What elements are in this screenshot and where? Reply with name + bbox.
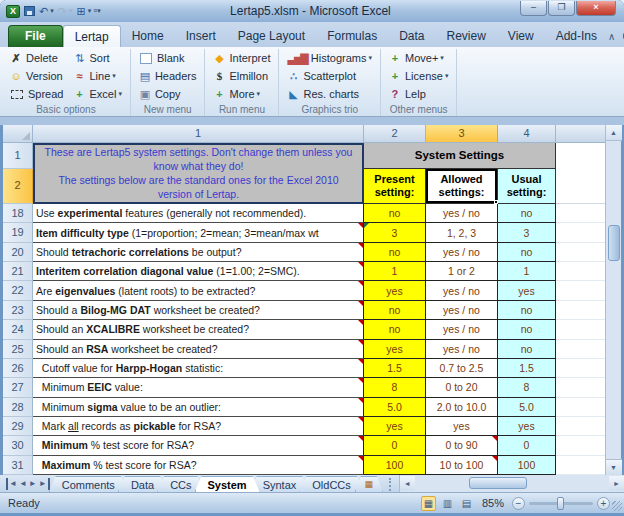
excel-button[interactable]: +Excel▾	[68, 85, 126, 103]
empty-cell[interactable]	[556, 204, 605, 223]
present-setting-cell[interactable]: yes	[364, 281, 426, 300]
horizontal-scroll-thumb[interactable]	[469, 477, 527, 489]
version-button[interactable]: ☺Version	[5, 67, 68, 85]
copy-button[interactable]: ▣Copy	[134, 85, 202, 103]
row-header-22[interactable]: 22	[3, 281, 33, 300]
present-setting-cell[interactable]: no	[364, 320, 426, 339]
usual-setting-cell[interactable]: no	[498, 340, 556, 359]
empty-cell[interactable]	[556, 378, 605, 397]
present-setting-cell[interactable]: 100	[364, 456, 426, 475]
row-header-31[interactable]: 31	[3, 456, 33, 475]
scroll-right-icon[interactable]: ►	[609, 476, 624, 491]
line-button[interactable]: ≈Line▾	[68, 67, 126, 85]
minimize-button[interactable]: –	[520, 1, 547, 16]
row-header-30[interactable]: 30	[3, 436, 33, 455]
vertical-scroll-thumb[interactable]	[608, 225, 620, 261]
row-header-18[interactable]: 18	[3, 204, 33, 223]
empty-cell[interactable]	[556, 143, 605, 204]
empty-cell[interactable]	[556, 340, 605, 359]
spread-button[interactable]: Spread	[5, 85, 68, 103]
interpret-button[interactable]: ◆Interpret	[208, 49, 275, 67]
ribbon-tab-data[interactable]: Data	[388, 25, 435, 47]
setting-label-cell[interactable]: Item difficulty type (1=proportion; 2=me…	[33, 223, 364, 242]
histograms-button[interactable]: ▃▅▇Histograms▾	[282, 49, 377, 67]
first-sheet-icon[interactable]: ◄	[6, 478, 17, 490]
delete-button[interactable]: ✗Delete	[5, 49, 68, 67]
page-break-view-icon[interactable]: ▤	[459, 496, 474, 511]
zoom-slider-thumb[interactable]	[557, 497, 564, 510]
setting-label-cell[interactable]: Minimum % test score for RSA?	[33, 436, 364, 455]
empty-cell[interactable]	[556, 262, 605, 281]
row-header-21[interactable]: 21	[3, 262, 33, 281]
row-header-20[interactable]: 20	[3, 243, 33, 262]
present-setting-cell[interactable]: 0	[364, 436, 426, 455]
last-sheet-icon[interactable]: ►	[39, 478, 50, 490]
column-header-4[interactable]: 4	[498, 125, 556, 143]
setting-label-cell[interactable]: Should an RSA worksheet be created?	[33, 340, 364, 359]
allowed-settings-cell[interactable]: 1 or 2	[426, 262, 498, 281]
sort-button[interactable]: ⇅Sort	[68, 49, 126, 67]
usual-setting-cell[interactable]: 0	[498, 436, 556, 455]
allowed-settings-cell[interactable]: 0 to 20	[426, 378, 498, 397]
zoom-in-icon[interactable]: +	[597, 497, 610, 510]
empty-cell[interactable]	[556, 359, 605, 378]
usual-setting-cell[interactable]: yes	[498, 281, 556, 300]
setting-label-cell[interactable]: Interitem correlation diagonal value (1=…	[33, 262, 364, 281]
setting-label-cell[interactable]: Cutoff value for Harpp-Hogan statistic:	[33, 359, 364, 378]
save-icon[interactable]	[24, 6, 35, 16]
row-header-1[interactable]: 1	[3, 143, 33, 169]
column-header-2[interactable]: 2	[364, 125, 426, 143]
ribbon-tab-add-ins[interactable]: Add-Ins	[545, 25, 608, 47]
zoom-level[interactable]: 85%	[482, 497, 504, 509]
setting-label-cell[interactable]: Use experimental features (generally not…	[33, 204, 364, 223]
allowed-settings-cell[interactable]: 1, 2, 3	[426, 223, 498, 242]
empty-cell[interactable]	[556, 320, 605, 339]
setting-label-cell[interactable]: Minimum EEIC value:	[33, 378, 364, 397]
present-setting-cell[interactable]: 1.5	[364, 359, 426, 378]
lelp-button[interactable]: ?Lelp	[384, 85, 453, 103]
setting-label-cell[interactable]: Are eigenvalues (latent roots) to be ext…	[33, 281, 364, 300]
column-header-1[interactable]: 1	[33, 125, 364, 143]
empty-cell[interactable]	[556, 223, 605, 242]
allowed-settings-cell[interactable]: yes / no	[426, 340, 498, 359]
setting-label-cell[interactable]: Mark all records as pickable for RSA?	[33, 417, 364, 436]
elmillon-button[interactable]: $Elmillon	[208, 67, 275, 85]
allowed-settings-cell[interactable]: 2.0 to 10.0	[426, 398, 498, 417]
scroll-left-icon[interactable]: ◄	[400, 476, 415, 491]
usual-setting-header-cell[interactable]: Usual setting:	[498, 169, 556, 204]
row-header-2[interactable]: 2	[3, 169, 33, 204]
column-header-3[interactable]: 3	[426, 125, 498, 143]
present-setting-cell[interactable]: 8	[364, 378, 426, 397]
empty-cell[interactable]	[556, 281, 605, 300]
resize-grip[interactable]	[612, 501, 622, 511]
ribbon-tab-formulas[interactable]: Formulas	[316, 25, 388, 47]
allowed-settings-cell[interactable]: yes / no	[426, 301, 498, 320]
next-sheet-icon[interactable]: ►	[29, 478, 37, 490]
usual-setting-cell[interactable]: no	[498, 243, 556, 262]
license-button[interactable]: +License▾	[384, 67, 453, 85]
excel-logo-icon[interactable]: X	[6, 5, 20, 18]
horizontal-scrollbar[interactable]: ◄ ►	[399, 475, 624, 492]
normal-view-icon[interactable]: ▦	[421, 496, 436, 511]
usual-setting-cell[interactable]: 5.0	[498, 398, 556, 417]
allowed-settings-cell[interactable]: yes / no	[426, 243, 498, 262]
allowed-settings-cell[interactable]: yes / no	[426, 320, 498, 339]
ribbon-tab-review[interactable]: Review	[436, 25, 497, 47]
allowed-settings-cell[interactable]: 0.7 to 2.5	[426, 359, 498, 378]
present-setting-cell[interactable]: yes	[364, 417, 426, 436]
sheet-tab-oldccs[interactable]: OldCCs	[299, 476, 364, 492]
usual-setting-cell[interactable]: 3	[498, 223, 556, 242]
allowed-settings-header-cell-active[interactable]: Allowed settings:	[426, 169, 498, 204]
present-setting-cell[interactable]: 1	[364, 262, 426, 281]
empty-cell[interactable]	[556, 417, 605, 436]
present-setting-header-cell[interactable]: Present setting:	[364, 169, 426, 204]
usual-setting-cell[interactable]: no	[498, 301, 556, 320]
vertical-scrollbar[interactable]: ▲ ▼	[605, 125, 621, 475]
present-setting-cell[interactable]: 3	[364, 223, 426, 242]
ribbon-tab-page-layout[interactable]: Page Layout	[227, 25, 316, 47]
allowed-settings-cell[interactable]: yes	[426, 417, 498, 436]
row-header-26[interactable]: 26	[3, 359, 33, 378]
ribbon-tab-home[interactable]: Home	[121, 25, 175, 47]
allowed-settings-cell[interactable]: 0 to 90	[426, 436, 498, 455]
setting-label-cell[interactable]: Should a Bilog-MG DAT worksheet be creat…	[33, 301, 364, 320]
